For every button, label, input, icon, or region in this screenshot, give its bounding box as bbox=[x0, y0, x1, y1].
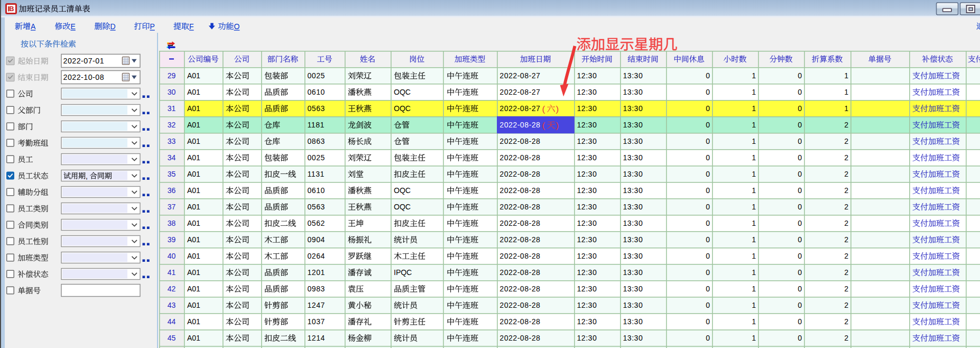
svg-text:1: 1 bbox=[752, 137, 756, 145]
svg-text:0: 0 bbox=[706, 71, 710, 80]
svg-text:13:30: 13:30 bbox=[623, 219, 643, 227]
svg-text:2: 2 bbox=[844, 121, 848, 129]
svg-text:1131: 1131 bbox=[308, 170, 325, 178]
svg-text:13:30: 13:30 bbox=[623, 170, 643, 178]
svg-text:13:30: 13:30 bbox=[623, 88, 643, 96]
svg-text:31: 31 bbox=[168, 104, 176, 113]
svg-text:13:30: 13:30 bbox=[623, 137, 643, 145]
svg-text:2: 2 bbox=[844, 252, 848, 260]
svg-text:1: 1 bbox=[752, 285, 756, 293]
svg-text:37: 37 bbox=[168, 203, 176, 211]
svg-text:12:30: 12:30 bbox=[577, 252, 597, 260]
svg-text:43: 43 bbox=[168, 301, 176, 309]
svg-text:12:30: 12:30 bbox=[577, 186, 597, 195]
svg-text:A01: A01 bbox=[187, 301, 200, 309]
svg-text:0: 0 bbox=[706, 235, 710, 244]
svg-text:12:30: 12:30 bbox=[577, 301, 597, 309]
svg-text:2: 2 bbox=[844, 268, 848, 277]
svg-text:0610: 0610 bbox=[308, 186, 325, 195]
svg-text:2022-08-28: 2022-08-28 bbox=[500, 153, 540, 162]
svg-text:1: 1 bbox=[752, 252, 756, 260]
svg-text:0610: 0610 bbox=[308, 88, 325, 96]
svg-text:2022-08-28: 2022-08-28 bbox=[500, 334, 540, 342]
svg-text:13:30: 13:30 bbox=[623, 301, 643, 309]
svg-text:0562: 0562 bbox=[308, 219, 325, 227]
svg-text:A01: A01 bbox=[187, 137, 200, 145]
svg-text:0: 0 bbox=[706, 170, 710, 178]
svg-text:13:30: 13:30 bbox=[623, 252, 643, 260]
svg-text:A01: A01 bbox=[187, 235, 200, 244]
svg-text:1: 1 bbox=[752, 186, 756, 195]
svg-text:1: 1 bbox=[752, 104, 756, 113]
svg-text:30: 30 bbox=[168, 88, 176, 96]
svg-text:12:30: 12:30 bbox=[577, 121, 597, 129]
svg-text:2022-08-28: 2022-08-28 bbox=[500, 235, 540, 244]
svg-text:0: 0 bbox=[798, 252, 802, 260]
svg-text:0: 0 bbox=[706, 153, 710, 162]
svg-text:0983: 0983 bbox=[308, 285, 325, 293]
svg-text:0: 0 bbox=[798, 104, 802, 113]
svg-text:1: 1 bbox=[752, 268, 756, 277]
svg-text:0: 0 bbox=[798, 71, 802, 80]
svg-text:A01: A01 bbox=[187, 170, 200, 178]
svg-text:0025: 0025 bbox=[308, 71, 325, 80]
svg-text:1: 1 bbox=[752, 203, 756, 211]
svg-text:1: 1 bbox=[752, 317, 756, 326]
svg-text:IPQC: IPQC bbox=[394, 268, 412, 277]
svg-text:2022-07-01: 2022-07-01 bbox=[63, 57, 105, 65]
svg-text:2022-08-27: 2022-08-27 bbox=[500, 88, 540, 96]
svg-text:2: 2 bbox=[844, 235, 848, 244]
svg-text:0904: 0904 bbox=[308, 235, 325, 244]
svg-text:2: 2 bbox=[844, 170, 848, 178]
svg-text:1181: 1181 bbox=[308, 121, 325, 129]
svg-text:0: 0 bbox=[706, 268, 710, 277]
svg-text:44: 44 bbox=[168, 317, 176, 326]
svg-text:2022-08-28: 2022-08-28 bbox=[500, 268, 540, 277]
svg-text:42: 42 bbox=[168, 285, 176, 293]
svg-text:1: 1 bbox=[844, 104, 848, 113]
svg-text:1201: 1201 bbox=[308, 268, 325, 277]
svg-text:E: E bbox=[71, 22, 76, 31]
svg-text:0: 0 bbox=[798, 88, 802, 96]
svg-text:(: ( bbox=[542, 104, 546, 114]
svg-text:41: 41 bbox=[168, 268, 176, 277]
svg-text:0: 0 bbox=[706, 252, 710, 260]
svg-text:A01: A01 bbox=[187, 71, 200, 80]
svg-text:2022-08-27: 2022-08-27 bbox=[500, 104, 540, 113]
svg-text:F: F bbox=[189, 22, 194, 31]
svg-text:12:30: 12:30 bbox=[577, 104, 597, 113]
svg-text:12:30: 12:30 bbox=[577, 137, 597, 145]
svg-text:1: 1 bbox=[752, 235, 756, 244]
svg-text:35: 35 bbox=[168, 170, 176, 178]
svg-text:2022-08-28: 2022-08-28 bbox=[500, 137, 540, 145]
svg-text:2: 2 bbox=[844, 203, 848, 211]
svg-text:A01: A01 bbox=[187, 104, 200, 113]
svg-text:2022-08-28: 2022-08-28 bbox=[500, 219, 540, 227]
svg-text:OQC: OQC bbox=[394, 104, 411, 113]
svg-text:0: 0 bbox=[798, 121, 802, 129]
svg-text:13:30: 13:30 bbox=[623, 334, 643, 342]
svg-text:2022-08-28: 2022-08-28 bbox=[500, 317, 540, 326]
svg-text:1: 1 bbox=[752, 88, 756, 96]
svg-text:1214: 1214 bbox=[308, 334, 325, 342]
svg-text:12:30: 12:30 bbox=[577, 153, 597, 162]
svg-text:A01: A01 bbox=[187, 252, 200, 260]
svg-text:A01: A01 bbox=[187, 285, 200, 293]
svg-text:0563: 0563 bbox=[308, 104, 325, 113]
svg-text:0: 0 bbox=[798, 137, 802, 145]
svg-text:1: 1 bbox=[752, 301, 756, 309]
svg-text:12:30: 12:30 bbox=[577, 235, 597, 244]
svg-text:39: 39 bbox=[168, 235, 176, 244]
svg-text:1: 1 bbox=[752, 170, 756, 178]
svg-text:A01: A01 bbox=[187, 219, 200, 227]
svg-text:12:30: 12:30 bbox=[577, 170, 597, 178]
svg-text:38: 38 bbox=[168, 219, 176, 227]
svg-text:0: 0 bbox=[798, 170, 802, 178]
svg-text:A01: A01 bbox=[187, 88, 200, 96]
svg-text:0: 0 bbox=[706, 219, 710, 227]
svg-text:0: 0 bbox=[706, 104, 710, 113]
svg-text:A01: A01 bbox=[187, 203, 200, 211]
svg-text:2022-08-28: 2022-08-28 bbox=[500, 252, 540, 260]
svg-text:0: 0 bbox=[798, 334, 802, 342]
svg-text:1: 1 bbox=[844, 71, 848, 80]
